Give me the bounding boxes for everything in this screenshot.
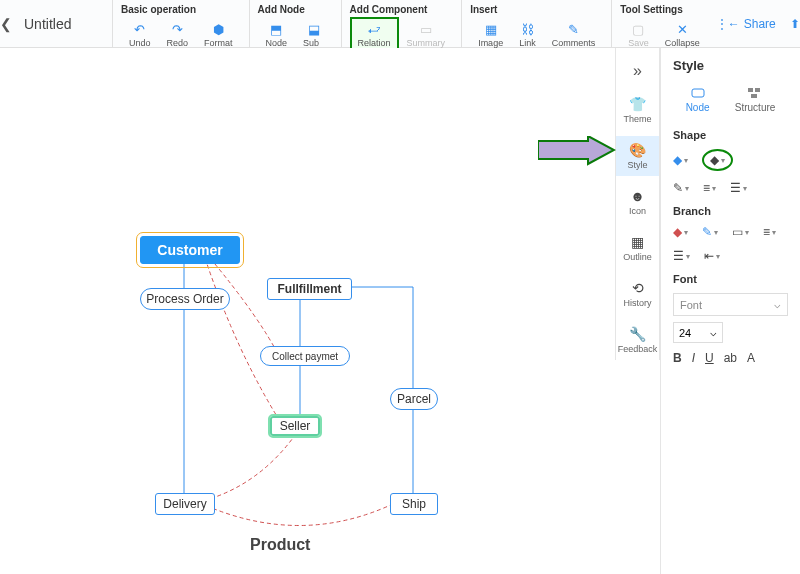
rail-theme[interactable]: 👕Theme (616, 90, 659, 130)
section-font: Font (673, 273, 788, 285)
rail-outline[interactable]: ▦Outline (616, 228, 659, 268)
undo-icon: ↶ (132, 21, 148, 37)
list-icon: ≡ (763, 225, 770, 239)
shape-border-control[interactable]: ◆▾ (702, 149, 733, 171)
node-icon: ⬒ (268, 21, 284, 37)
rail-icon[interactable]: ☻Icon (616, 182, 659, 222)
underline-button[interactable]: U (705, 351, 714, 365)
relation-button[interactable]: ⮐Relation (350, 17, 399, 52)
save-button[interactable]: ▢Save (620, 17, 657, 52)
section-branch: Branch (673, 205, 788, 217)
relation-icon: ⮐ (366, 21, 382, 37)
shape-align-control[interactable]: ≡▾ (703, 181, 716, 195)
shape-thickness-control[interactable]: ☰▾ (730, 181, 747, 195)
shape-fill-control[interactable]: ◆▾ (673, 153, 688, 167)
node-parcel[interactable]: Parcel (390, 388, 438, 410)
tool-rail: » 👕Theme 🎨Style ☻Icon ▦Outline ⟲History … (615, 48, 660, 360)
node-ship[interactable]: Ship (390, 493, 438, 515)
svg-rect-1 (692, 89, 704, 97)
summary-button[interactable]: ▭Summary (399, 17, 454, 52)
italic-button[interactable]: I (692, 351, 695, 365)
export-icon: ⬆ (790, 17, 800, 31)
branch-color-control[interactable]: ◆▾ (673, 225, 688, 239)
comments-icon: ✎ (565, 21, 581, 37)
save-icon: ▢ (630, 21, 646, 37)
branch-rect-control[interactable]: ▭▾ (732, 225, 749, 239)
branch-style-control[interactable]: ☰▾ (673, 249, 690, 263)
svg-rect-2 (748, 88, 753, 92)
structure-tab-icon (747, 87, 763, 99)
font-style-row: B I U ab A (673, 351, 788, 365)
node-seller[interactable]: Seller (270, 416, 320, 436)
tab-structure[interactable]: Structure (735, 87, 776, 113)
canvas[interactable]: Customer Process Order Fullfillment Coll… (0, 48, 615, 574)
collapse-icon: ✕ (674, 21, 690, 37)
group-insert: Insert ▦Image ⛓Link ✎Comments (461, 0, 611, 47)
strikethrough-button[interactable]: ab (724, 351, 737, 365)
fill-icon: ◆ (673, 153, 682, 167)
product-label[interactable]: Product (250, 536, 310, 554)
node-fullfillment[interactable]: Fullfillment (267, 278, 352, 300)
link-icon: ⛓ (519, 21, 535, 37)
comments-button[interactable]: ✎Comments (544, 17, 604, 52)
border-shape-icon: ◆ (710, 153, 719, 167)
font-family-select[interactable]: Font⌵ (673, 293, 788, 316)
toolbar-right: ⋮←Share ⬆Export (716, 0, 800, 47)
diamond-icon: ◆ (673, 225, 682, 239)
group-add-node: Add Node ⬒Node ⬓Sub Node (249, 0, 341, 47)
sub-node-icon: ⬓ (306, 21, 322, 37)
document-title[interactable]: Untitled (12, 0, 112, 47)
chevron-down-icon: ⌵ (774, 298, 781, 311)
collapse-button[interactable]: ✕Collapse (657, 17, 708, 52)
svg-rect-4 (751, 94, 757, 98)
svg-marker-0 (538, 136, 614, 164)
palette-icon: 🎨 (629, 142, 646, 158)
bold-button[interactable]: B (673, 351, 682, 365)
brush-icon: ⬢ (210, 21, 226, 37)
rect-icon: ▭ (732, 225, 743, 239)
share-icon: ⋮← (716, 17, 740, 31)
svg-rect-3 (755, 88, 760, 92)
smiley-icon: ☻ (630, 188, 645, 204)
group-add-component: Add Component ⮐Relation ▭Summary (341, 0, 462, 47)
branch-line-control[interactable]: ✎▾ (702, 225, 718, 239)
outline-icon: ▦ (631, 234, 644, 250)
redo-icon: ↷ (169, 21, 185, 37)
font-color-button[interactable]: A (747, 351, 755, 365)
align-icon: ≡ (703, 181, 710, 195)
share-button[interactable]: ⋮←Share (716, 17, 776, 31)
thickness-icon: ☰ (730, 181, 741, 195)
tab-node[interactable]: Node (686, 87, 710, 113)
node-customer[interactable]: Customer (140, 236, 240, 264)
toolbar: ❮ Untitled Basic operation ↶Undo ↷Redo ⬢… (0, 0, 800, 48)
rail-history[interactable]: ⟲History (616, 274, 659, 314)
pen-blue-icon: ✎ (702, 225, 712, 239)
section-shape: Shape (673, 129, 788, 141)
image-button[interactable]: ▦Image (470, 17, 511, 52)
link-button[interactable]: ⛓Link (511, 17, 544, 52)
branch-indent-control[interactable]: ⇤▾ (704, 249, 720, 263)
node-collect-paymet[interactable]: Collect paymet (260, 346, 350, 366)
summary-icon: ▭ (418, 21, 434, 37)
branch-align-control[interactable]: ≡▾ (763, 225, 776, 239)
font-size-select[interactable]: 24⌵ (673, 322, 723, 343)
shape-line-control[interactable]: ✎▾ (673, 181, 689, 195)
node-delivery[interactable]: Delivery (155, 493, 215, 515)
back-button[interactable]: ❮ (0, 0, 12, 47)
toolbar-groups: Basic operation ↶Undo ↷Redo ⬢Format Pain… (112, 0, 716, 47)
panel-tabs: Node Structure (673, 87, 788, 113)
export-button[interactable]: ⬆Export (790, 17, 800, 31)
lines-icon: ☰ (673, 249, 684, 263)
rail-style[interactable]: 🎨Style (616, 136, 659, 176)
rail-feedback[interactable]: 🔧Feedback (616, 320, 659, 360)
theme-icon: 👕 (629, 96, 646, 112)
rail-collapse-button[interactable]: » (629, 58, 646, 84)
node-process-order[interactable]: Process Order (140, 288, 230, 310)
group-tool-settings: Tool Settings ▢Save ✕Collapse (611, 0, 716, 47)
indent-icon: ⇤ (704, 249, 714, 263)
wrench-icon: 🔧 (629, 326, 646, 342)
panel-title: Style (673, 58, 788, 73)
group-basic-operation: Basic operation ↶Undo ↷Redo ⬢Format Pain… (112, 0, 249, 47)
node-tab-icon (690, 87, 706, 99)
highlight-arrow (538, 136, 616, 166)
